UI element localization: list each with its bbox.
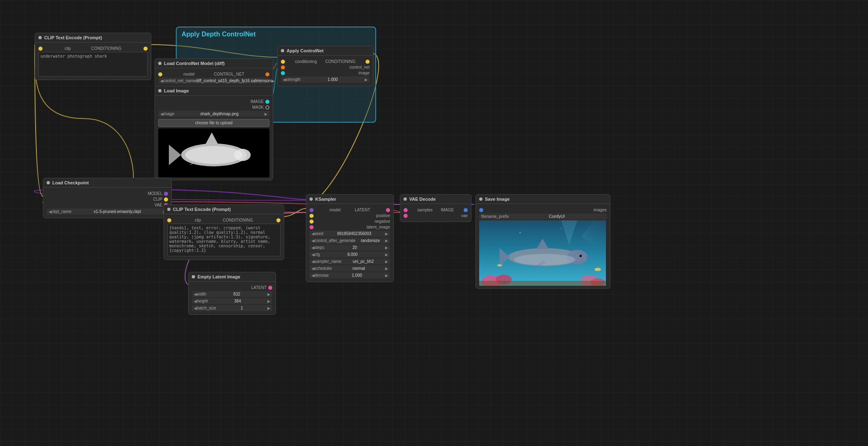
load-controlnet-model-port[interactable] [158, 72, 162, 76]
steps-arrow-right[interactable]: ▶ [385, 246, 388, 250]
batch-arrow-right[interactable]: ▶ [267, 306, 270, 310]
batch-size-field[interactable]: ◀ batch_size 1 ▶ [192, 305, 272, 311]
control-net-name-field[interactable]: ◀ control_net_name diff_control_sd15_dep… [158, 78, 269, 84]
sampler-name-field[interactable]: ◀ sampler_name uni_pc_bh2 ▶ [310, 258, 390, 264]
conditioning-in-port[interactable] [281, 60, 285, 64]
image-arrow-left[interactable]: ◀ [160, 112, 163, 116]
node-indicator [167, 208, 170, 211]
image-out-port[interactable] [265, 100, 269, 104]
clip-text-encode-2-clip-port[interactable] [167, 218, 171, 222]
load-controlnet-model-header: Load ControlNet Model (diff) [155, 59, 273, 68]
cfg-arrow-left[interactable]: ◀ [312, 253, 314, 257]
strength-arrow-right[interactable]: ▶ [365, 78, 368, 82]
vae-decode-header: VAE Decode [400, 195, 471, 204]
height-arrow-right[interactable]: ▶ [267, 299, 270, 303]
conditioning-row: conditioning CONDITIONING [281, 59, 370, 64]
vae-decode-vae-label: vae [461, 213, 468, 218]
scheduler-field[interactable]: ◀ scheduler normal ▶ [310, 265, 390, 271]
ksampler-positive-row: positive [310, 213, 390, 218]
width-field[interactable]: ◀ width 832 ▶ [192, 291, 272, 297]
image-in-port[interactable] [281, 71, 285, 75]
control-net-name-label: control_net_name [163, 78, 196, 83]
seed-arrow-right[interactable]: ▶ [385, 232, 388, 236]
strength-arrow-left[interactable]: ◀ [283, 78, 286, 82]
mask-out-port[interactable] [265, 105, 269, 110]
width-arrow-right[interactable]: ▶ [267, 292, 270, 296]
clip-out-port[interactable] [164, 197, 168, 202]
height-arrow-left[interactable]: ◀ [194, 299, 197, 303]
steps-arrow-left[interactable]: ◀ [312, 246, 314, 250]
ckpt-name-field[interactable]: ◀ ckpt_name v1-5-pruned-emaonly.ckpt ▶ [47, 208, 168, 215]
latent-out-port[interactable] [268, 286, 272, 290]
cag-arrow-right[interactable]: ▶ [385, 239, 388, 243]
control-after-generate-field[interactable]: ◀ control_after_generate randomize ▶ [310, 238, 390, 244]
ksampler-model-row: model LATENT [310, 208, 390, 212]
width-arrow-left[interactable]: ◀ [194, 292, 197, 296]
control-net-in-port[interactable] [281, 65, 285, 69]
image-filename-field[interactable]: ◀ image shark_depthmap.png ▶ [158, 111, 269, 117]
clip-text-encode-1-text[interactable]: underwater photograph shark [38, 52, 148, 76]
vae-decode-samples-label: samples [417, 208, 433, 212]
seed-label: seed [314, 231, 323, 236]
seed-field[interactable]: ◀ seed 891858402356003 ▶ [310, 231, 390, 237]
cfg-field[interactable]: ◀ cfg 8.000 ▶ [310, 251, 390, 258]
image-arrow-right[interactable]: ▶ [265, 112, 267, 116]
denoise-field[interactable]: ◀ denoise 1.000 ▶ [310, 272, 390, 278]
clip-out-label: CLIP [47, 197, 162, 202]
sn-arrow-left[interactable]: ◀ [312, 260, 314, 264]
sn-arrow-right[interactable]: ▶ [385, 260, 388, 264]
height-field[interactable]: ◀ height 384 ▶ [192, 298, 272, 304]
cfg-arrow-right[interactable]: ▶ [385, 253, 388, 257]
denoise-label: denoise [314, 273, 329, 278]
ckpt-arrow-left[interactable]: ◀ [49, 210, 52, 214]
empty-latent-image-title: Empty Latent Image [197, 274, 240, 279]
arrow-left[interactable]: ◀ [160, 79, 163, 83]
vae-decode-vae-port[interactable] [404, 214, 408, 218]
clip-text-encode-2-text[interactable]: {hands}, text, error, cropped, (worst qu… [167, 224, 280, 256]
denoise-arrow-right[interactable]: ▶ [385, 273, 388, 278]
batch-arrow-left[interactable]: ◀ [194, 306, 197, 310]
conditioning-out-port[interactable] [366, 60, 370, 64]
ksampler-negative-row: negative [310, 219, 390, 224]
control-net-row: control_net [281, 65, 370, 69]
steps-field[interactable]: ◀ steps 20 ▶ [310, 244, 390, 251]
conditioning-out-label: CONDITIONING [325, 59, 356, 64]
model-output-row: MODEL [47, 191, 168, 196]
ksampler-model-port[interactable] [310, 208, 314, 212]
vae-decode-samples-port[interactable] [404, 208, 408, 212]
sched-arrow-right[interactable]: ▶ [385, 267, 388, 271]
clip-text-encode-2-header: CLIP Text Encode (Prompt) [164, 205, 284, 214]
ckpt-name-label: ckpt_name [52, 209, 72, 214]
ksampler-positive-port[interactable] [310, 214, 314, 218]
load-image-node: Load Image IMAGE MASK ◀ image shark_dept… [155, 86, 273, 180]
denoise-arrow-left[interactable]: ◀ [312, 273, 314, 278]
image-out-label: IMAGE [158, 99, 264, 104]
cag-arrow-left[interactable]: ◀ [312, 239, 314, 243]
node-indicator [310, 197, 313, 201]
clip-text-encode-1-clip-row: clip CONDITIONING [38, 46, 148, 51]
vae-decode-image-out-port[interactable] [464, 208, 468, 212]
control-net-label: CONTROL_NET [214, 72, 244, 76]
vae-decode-vae-row: vae [404, 213, 468, 218]
clip-text-encode-1-conditioning-port[interactable] [144, 47, 148, 51]
ksampler-latent-in-row: latent_image [310, 225, 390, 229]
svg-point-27 [561, 228, 562, 229]
clip-text-encode-2-cond-port[interactable] [276, 218, 280, 222]
clip-text-encode-1-clip-port[interactable] [38, 47, 43, 51]
load-checkpoint-node: Load Checkpoint MODEL CLIP VAE ◀ ckpt_na… [43, 178, 172, 218]
ksampler-negative-port[interactable] [310, 220, 314, 224]
seed-arrow-left[interactable]: ◀ [312, 232, 314, 236]
batch-size-value: 1 [216, 306, 267, 310]
ksampler-latent-in-port[interactable] [310, 225, 314, 229]
choose-file-button[interactable]: choose file to upload [158, 119, 269, 127]
sched-arrow-left[interactable]: ◀ [312, 267, 314, 271]
sn-value: uni_pc_bh2 [341, 259, 385, 264]
node-indicator [281, 49, 284, 52]
filename-prefix-field[interactable]: filename_prefix ComfyUI [479, 213, 607, 220]
ksampler-latent-out-port[interactable] [386, 208, 390, 212]
strength-field[interactable]: ◀ strength 1.000 ▶ [281, 76, 370, 83]
model-out-port[interactable] [164, 192, 168, 196]
save-image-images-port[interactable] [479, 208, 483, 212]
arrow-right[interactable]: ▶ [272, 79, 275, 83]
control-net-port[interactable] [265, 72, 269, 76]
